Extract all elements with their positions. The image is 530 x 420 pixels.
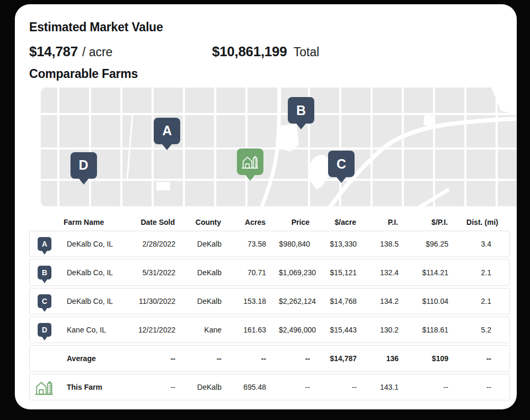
cell-date-sold: -- [127,383,188,391]
total-value-group: $10,861,199 Total [212,43,319,60]
marker-cell [30,346,59,371]
column-header-pi: P.I. [369,218,411,226]
table-row-b[interactable]: BDeKalb Co, IL5/31/2022DeKalb70.71$1,069… [29,259,510,286]
table-header: Farm Name Date Sold County Acres Price $… [29,216,510,228]
marker-cell: D [30,317,59,343]
cell-price: -- [279,383,323,391]
column-header-price: Price [278,218,322,226]
cell-acres: -- [234,354,279,363]
cell-dist: 5.2 [461,326,510,334]
map-marker-d[interactable]: D [70,152,97,179]
cell-date-sold: 11/30/2022 [127,297,188,305]
farm-icon [34,379,54,396]
cell-pi: 132.4 [369,268,411,277]
cell-pi: 130.2 [369,326,411,334]
column-header-per-pi: $/P.I. [411,218,461,226]
cell-county: Kane [188,326,234,334]
marker-cell: C [30,288,59,314]
column-header-dist: Dist. (mi) [461,218,510,226]
cell-county: DeKalb [188,383,234,391]
cell-pi: 134.2 [369,297,411,305]
marker-label: B [296,103,306,118]
cell-per-acre: $15,121 [323,268,369,277]
cell-per-pi: $96.25 [411,240,461,248]
marker-label: D [79,158,89,173]
cell-acres: 695.48 [234,383,279,391]
marker-cell: A [30,231,59,257]
column-header-date-sold: Date Sold [126,218,188,226]
comparable-farms-map[interactable]: ABCD [41,88,517,206]
column-header-farm-name: Farm Name [59,218,126,226]
cell-per-acre: $14,768 [323,297,369,305]
cell-farm-name: DeKalb Co, IL [59,268,127,277]
farm-icon [241,154,259,170]
cell-farm-name: DeKalb Co, IL [59,240,127,248]
cell-per-pi: -- [411,383,461,391]
map-marker-b[interactable]: B [288,97,314,124]
cell-acres: 153.18 [234,297,279,305]
cell-date-sold: 5/31/2022 [127,268,188,277]
section-title-comparable-farms: Comparable Farms [29,67,502,81]
cell-price: $980,840 [279,240,323,248]
cell-county: DeKalb [188,240,234,248]
cell-dist: 3.4 [461,240,510,248]
cell-farm-name: This Farm [59,383,127,391]
cell-county: DeKalb [188,297,234,305]
cell-per-pi: $109 [411,354,461,363]
cell-date-sold: -- [127,354,188,363]
row-marker-badge-a: A [38,237,51,251]
market-value-card: Estimated Market Value $14,787 / acre $1… [15,4,517,409]
row-marker-badge-d: D [38,323,51,337]
table-row-c[interactable]: CDeKalb Co, IL11/30/2022DeKalb153.18$2,2… [29,288,510,314]
cell-price: $2,262,124 [279,297,323,305]
marker-cell: B [30,260,59,285]
map-marker-this-farm[interactable] [237,148,263,175]
cell-acres: 161.63 [234,326,279,334]
map-marker-c[interactable]: C [328,151,355,177]
cell-dist: 2.1 [461,297,510,305]
value-summary: $14,787 / acre $10,861,199 Total [29,43,502,60]
row-marker-badge-c: C [38,294,51,308]
marker-label: C [337,156,346,172]
cell-acres: 70.71 [234,268,279,277]
cell-dist: -- [461,383,510,391]
total-label: Total [294,45,320,59]
cell-per-acre: $13,330 [323,240,369,248]
table-row-a[interactable]: ADeKalb Co, IL2/28/2022DeKalb73.58$980,8… [29,231,510,257]
marker-cell [34,379,59,396]
marker-label: A [162,123,172,138]
cell-farm-name: Average [59,354,127,363]
page-title: Estimated Market Value [29,20,502,34]
column-header-acres: Acres [234,218,278,226]
cell-dist: -- [461,354,510,363]
column-header-county: County [188,218,234,226]
table-row-d[interactable]: DKane Co, IL12/21/2022Kane161.63$2,496,0… [29,317,510,343]
cell-price: $1,069,230 [279,268,323,277]
row-marker-badge-b: B [38,266,51,279]
per-acre-value-group: $14,787 / acre [29,43,212,60]
cell-date-sold: 2/28/2022 [127,240,188,248]
map-marker-a[interactable]: A [154,118,180,144]
table-body: ADeKalb Co, IL2/28/2022DeKalb73.58$980,8… [29,231,510,400]
per-acre-value: $14,787 [29,43,78,60]
cell-per-acre: -- [323,383,369,391]
cell-price: -- [279,354,323,363]
cell-county: -- [188,354,234,363]
cell-farm-name: DeKalb Co, IL [59,297,127,305]
cell-date-sold: 12/21/2022 [127,326,188,334]
cell-price: $2,496,000 [279,326,323,334]
cell-per-pi: $118.61 [411,326,461,334]
map-background [41,88,517,206]
cell-pi: 138.5 [369,240,411,248]
column-header-per-acre: $/acre [322,218,369,226]
cell-pi: 143.1 [369,383,411,391]
table-row-this-farm: This Farm--DeKalb695.48----143.1---- [29,374,510,400]
cell-per-pi: $110.04 [411,297,461,305]
cell-per-acre: $15,443 [323,326,369,334]
total-value: $10,861,199 [212,43,287,59]
cell-per-pi: $114.21 [411,268,461,277]
cell-county: DeKalb [188,268,234,277]
per-acre-unit-label: / acre [82,45,113,59]
table-row-average: Average--------$14,787136$109-- [29,345,510,372]
cell-acres: 73.58 [234,240,279,248]
